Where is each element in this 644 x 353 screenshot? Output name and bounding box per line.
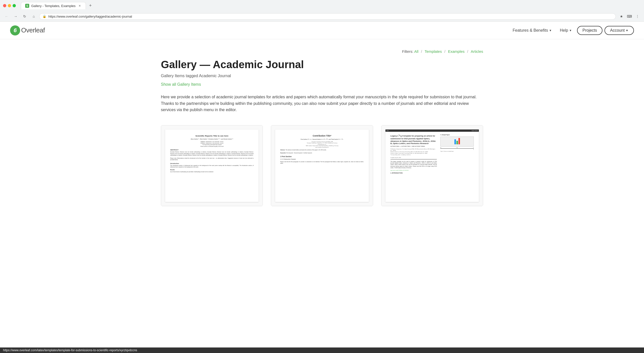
- browser-titlebar: S Gallery - Templates, Examples ✕ +: [0, 0, 644, 11]
- bookmark-button[interactable]: ★: [618, 13, 625, 20]
- browser-chrome: S Gallery - Templates, Examples ✕ + ← → …: [0, 0, 644, 22]
- filter-templates[interactable]: Templates: [425, 49, 442, 54]
- page-subtitle: Gallery Items tagged Academic Journal: [161, 74, 483, 78]
- gallery-card-1[interactable]: Scientific Reports Title to see here Ali…: [161, 125, 263, 206]
- gallery-grid: Scientific Reports Title to see here Ali…: [161, 125, 483, 206]
- doc3-chart: [453, 138, 461, 145]
- show-all-link[interactable]: Show all Gallery Items: [161, 82, 201, 87]
- filters-label: Filters:: [402, 49, 413, 54]
- doc3-figure-text: Figure 1 shows an example figure.: [440, 151, 474, 152]
- doc3-topbar: Letter Optics Letters: [385, 129, 479, 132]
- gallery-card-3[interactable]: Letter Optics Letters Legacy LATEX templ…: [381, 125, 483, 206]
- doc1-intro-heading: Introduction: [170, 162, 254, 164]
- overleaf-navbar: 6 Overleaf Features & Benefits ▼ Help ▼ …: [0, 22, 644, 39]
- doc1-note: Please note: Abbreviations should be int…: [170, 158, 254, 161]
- tab-close-button[interactable]: ✕: [78, 4, 82, 8]
- back-button[interactable]: ←: [3, 13, 10, 20]
- projects-button[interactable]: Projects: [577, 26, 603, 35]
- nav-links: Features & Benefits ▼ Help ▼ Projects Ac…: [510, 26, 634, 35]
- doc2-affil: ¹ Princeton University, Princeton NJ 085…: [280, 141, 364, 148]
- separator-1: /: [421, 49, 423, 54]
- traffic-lights: [3, 4, 16, 7]
- account-chevron-icon: ▼: [626, 29, 628, 32]
- doc3-figure-box: [440, 137, 474, 147]
- filter-articles[interactable]: Articles: [471, 49, 483, 54]
- doc3-table-row: 1: [440, 148, 474, 150]
- help-menu-button[interactable]: Help ▼: [557, 26, 575, 35]
- filter-examples[interactable]: Examples: [448, 49, 464, 54]
- logo-icon: 6: [10, 25, 20, 35]
- doc1-affil: ¹Affiliation, department, city, postcode…: [170, 141, 254, 147]
- card-preview-1: Scientific Reports Title to see here Ali…: [161, 125, 263, 206]
- logo-text: Overleaf: [21, 26, 45, 34]
- doc1-results: Up to three levels of subheading are per…: [170, 171, 254, 173]
- doc1-abstract-heading: ABSTRACT: [170, 149, 254, 151]
- doc3-figure: A. Sample Figure ABC: [440, 134, 474, 173]
- account-button[interactable]: Account ▼: [604, 26, 634, 35]
- doc1-title: Scientific Reports Title to see here: [170, 135, 254, 137]
- doc3-divider: [390, 159, 437, 159]
- active-tab[interactable]: S Gallery - Templates, Examples ✕: [21, 2, 86, 9]
- doc3-compiled: Compiled July 19, 2018: [390, 157, 437, 158]
- doc2-subsection: 1.1 A Subsection Sample: [280, 158, 364, 160]
- address-bar[interactable]: 🔒 https://www.overleaf.com/gallery/tagge…: [39, 13, 616, 20]
- home-button[interactable]: ⌂: [30, 13, 37, 20]
- doc1-intro: The Introduction section, of referenced …: [170, 165, 254, 168]
- tab-favicon: S: [25, 4, 29, 8]
- overleaf-logo[interactable]: 6 Overleaf: [10, 25, 45, 35]
- doc2-abstract: Abstract. The abstract should briefly su…: [280, 149, 364, 151]
- close-button[interactable]: [3, 4, 6, 7]
- browser-toolbar: ← → ↻ ⌂ 🔒 https://www.overleaf.com/galle…: [0, 11, 644, 21]
- minimize-button[interactable]: [8, 4, 11, 7]
- separator-2: /: [444, 49, 446, 54]
- card-preview-3: Letter Optics Letters Legacy LATEX templ…: [381, 125, 483, 206]
- separator-3: /: [467, 49, 469, 54]
- doc2-title: Contribution Title*: [280, 135, 364, 138]
- doc-content-3: Letter Optics Letters Legacy LATEX templ…: [385, 129, 479, 202]
- doc3-title: Legacy LATEX template for preparing an a…: [390, 134, 437, 145]
- lock-icon: 🔒: [43, 15, 46, 18]
- doc2-first-section: 1 First Section: [280, 155, 364, 158]
- maximize-button[interactable]: [13, 4, 16, 7]
- page-content: Filters: All / Templates / Examples / Ar…: [146, 39, 498, 216]
- page-title: Gallery — Academic Journal: [161, 59, 483, 71]
- features-chevron-icon: ▼: [549, 29, 552, 32]
- doc-content-2: Contribution Title* First Author¹ⁿᵒᵗᵒ ¹¹…: [275, 129, 369, 202]
- reload-button[interactable]: ↻: [21, 13, 28, 20]
- card-preview-2: Contribution Title* First Author¹ⁿᵒᵗᵒ ¹¹…: [271, 125, 373, 206]
- features-menu-button[interactable]: Features & Benefits ▼: [510, 26, 555, 35]
- doc-content-1: Scientific Reports Title to see here Ali…: [165, 129, 259, 202]
- doc3-authors: AUTHOR ONE¹·²·³, AUTHOR TWO²·*, AND AUTH…: [390, 146, 437, 147]
- extensions-button[interactable]: ⌨: [626, 13, 633, 20]
- page-description: Here we provide a selection of academic …: [161, 94, 483, 113]
- url-display: https://www.overleaf.com/gallery/tagged/…: [48, 15, 613, 18]
- doc2-authors: First Author¹ⁿᵒᵗᵒ ¹¹¹¹ⁿ, Second Author²³…: [280, 139, 364, 140]
- doc3-affil: ¹Publications Department, The Optical So…: [390, 148, 437, 155]
- doc3-doi: http://dx.doi.org/10.1364/ao.XX.XXXXXX: [390, 170, 437, 171]
- toolbar-actions: ★ ⌨ ⋮: [618, 13, 641, 20]
- filters-bar: Filters: All / Templates / Examples / Ar…: [161, 49, 483, 54]
- doc1-results-heading: Results: [170, 169, 254, 171]
- gallery-card-2[interactable]: Contribution Title* First Author¹ⁿᵒᵗᵒ ¹¹…: [271, 125, 373, 206]
- doc3-section: 1. INTRODUCTION: [390, 172, 437, 174]
- doc2-body: Please note that the first paragraph of …: [280, 161, 364, 164]
- filter-all[interactable]: All: [414, 49, 418, 54]
- tab-bar: S Gallery - Templates, Examples ✕ +: [21, 2, 641, 9]
- doc1-authors: Alice Author¹·¹, Bob Author², Christine …: [170, 138, 254, 140]
- new-tab-button[interactable]: +: [87, 2, 94, 9]
- doc3-body: This legacy template can be used to prep…: [390, 161, 437, 169]
- help-chevron-icon: ▼: [569, 29, 572, 32]
- doc1-abstract: Example Abstract. Abstract must not incl…: [170, 151, 254, 156]
- doc2-keywords: Keywords: First keyword · Second keyword…: [280, 152, 364, 154]
- forward-button[interactable]: →: [12, 13, 19, 20]
- menu-button[interactable]: ⋮: [634, 13, 641, 20]
- tab-label: Gallery - Templates, Examples: [31, 4, 76, 8]
